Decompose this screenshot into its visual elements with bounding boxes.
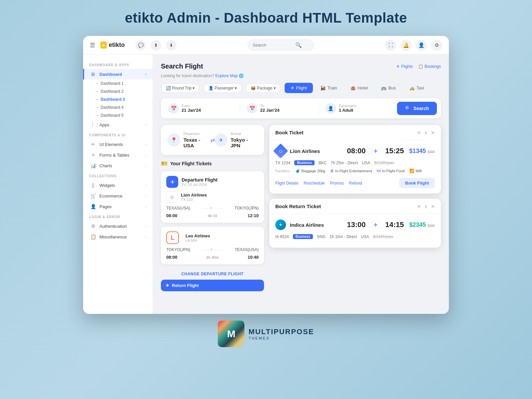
passenger-filter[interactable]: 👤 Passenger ▾: [203, 83, 242, 93]
from-code: BKC: [319, 161, 327, 165]
lion-airlines-row: ◇ Lion Airlines TX 123: [166, 191, 259, 202]
promos-link[interactable]: Promos: [330, 181, 344, 186]
sidebar-item-auth[interactable]: ⚙ Authentication ›: [83, 221, 153, 231]
bookings-link[interactable]: 📋 Bookings: [418, 64, 441, 69]
return-price: $2345: [409, 221, 426, 228]
sidebar-subitem-dashboard1[interactable]: ● Dashboard 1: [83, 79, 153, 87]
sidebar-sublabel-dashboard1: Dashboard 1: [101, 81, 124, 86]
ticket-type-row: ✈ Departure Flight Fri, 10 Jul 2024: [166, 176, 259, 188]
search-flight-title: Search Flight: [161, 63, 203, 70]
sidebar-item-ui[interactable]: ✏ UI Elements ›: [83, 139, 153, 150]
panel-close-icon[interactable]: ✕: [417, 130, 421, 135]
sidebar-label-misc: Miscellaneous: [99, 234, 142, 239]
sidebar-item-misc[interactable]: 📋 Miscellaneous ›: [83, 231, 153, 242]
download-icon-btn[interactable]: ⬇: [166, 40, 177, 51]
sidebar-item-widgets[interactable]: || Widgets ›: [83, 180, 153, 191]
sidebar-item-forms[interactable]: ≡ Forms & Tables ›: [83, 150, 153, 160]
return-from-code: SNG: [317, 234, 326, 239]
time-dashes: - - - - ✈ - - - -: [368, 146, 383, 156]
ticket-icon: 🎫: [161, 160, 168, 167]
from-field[interactable]: 📅 From 21 Jan'24: [165, 101, 236, 116]
return-flight-badge: Business: [293, 234, 313, 239]
panel-expand-icon[interactable]: ✕: [431, 130, 435, 135]
main-search-button[interactable]: 🔍 Search: [397, 102, 437, 115]
to-code: USA: [362, 161, 370, 165]
dep-time: 08:00: [166, 213, 177, 218]
settings-icon[interactable]: ⚙: [431, 40, 442, 51]
leo-duration: 2h 40m: [206, 255, 219, 259]
arrival-location: Tokyo - JPN: [231, 137, 257, 148]
indica-logo: ✦: [275, 219, 286, 230]
leo-times-row: 08:00 2h 40m 10:40: [166, 255, 259, 260]
bell-icon[interactable]: 🔔: [400, 40, 412, 51]
sidebar-subitem-dashboard3[interactable]: ● Dashboard 3: [83, 95, 153, 103]
book-return-panel-content: ✦ Indica Airlines 13:00 - - - - ✈ - - - …: [269, 214, 441, 248]
sidebar-subitem-dashboard4[interactable]: ● Dashboard 4: [83, 103, 153, 111]
globe-icon: 🌐: [239, 73, 244, 78]
chat-icon-btn[interactable]: 💬: [135, 40, 146, 51]
change-departure-btn[interactable]: CHANGE DEPARTURE FLIGHT: [161, 268, 264, 280]
return-panel-close-icon[interactable]: ✕: [417, 204, 421, 209]
sidebar-item-charts[interactable]: 📊 Charts ›: [83, 160, 153, 171]
sidebar-item-ecommerce[interactable]: 🛒 Ecommerce ›: [83, 191, 153, 201]
reschedule-link[interactable]: Reschedule: [304, 181, 325, 186]
flights-link[interactable]: ✈ Flights: [396, 64, 413, 69]
round-trip-filter[interactable]: 🔄 Round Trip ▾: [161, 83, 200, 93]
tab-taxi[interactable]: 🚕 Taxi: [403, 83, 430, 93]
bookings-link-icon: 📋: [418, 64, 423, 69]
ui-arrow-icon: ›: [146, 143, 147, 146]
search-input[interactable]: [253, 43, 293, 48]
book-panel-title: Book Ticket: [275, 130, 304, 135]
sidebar-sublabel-dashboard2: Dashboard 2: [101, 89, 124, 94]
book-ticket-panel: Book Ticket ✕ ∧ ✕ ◇: [269, 125, 441, 194]
user-icon[interactable]: 👤: [416, 40, 427, 51]
leo-route-dots: - - - ✈ - - - -: [202, 247, 223, 252]
baggage-facility: 🧳 Baggage 20kg: [295, 169, 325, 173]
sidebar-subitem-dashboard5[interactable]: ● Dashboard 5: [83, 111, 153, 119]
refund-link[interactable]: Refund: [349, 181, 362, 186]
sidebar-section-dashboard: DASHBOARD & APPS: [83, 60, 153, 69]
bookings-link-label: Bookings: [425, 64, 441, 69]
tab-bus[interactable]: 🚌 Bus: [375, 83, 402, 93]
main-content: Search Flight ✈ Flights 📋 Bookings Looki…: [153, 55, 449, 314]
flight-tickets-header: 🎫 Your Flight Tickets: [161, 160, 264, 167]
passengers-field[interactable]: 👤 Passengers 1 Adult: [322, 101, 394, 116]
return-price-unit: /pax: [427, 223, 435, 228]
swap-icon[interactable]: ⇄: [210, 137, 215, 143]
tab-flight[interactable]: ✈ Flight: [285, 83, 313, 93]
hamburger-icon[interactable]: ☰: [90, 42, 95, 49]
return-to-code: USA: [361, 234, 369, 239]
sidebar-item-dashboard[interactable]: ⊞ Dashboard ▾: [83, 69, 153, 79]
search-bar: 📅 From 21 Jan'24 📅 To 22 Jan'24: [161, 98, 441, 118]
to-field[interactable]: 📅 To 22 Jan'24: [243, 101, 315, 116]
passengers-value: 1 Adult: [339, 108, 356, 113]
topbar-actions: ⛶ 🔔 👤 ⚙: [385, 40, 442, 51]
food-label: In-Flight Food: [382, 169, 405, 173]
book-arr-time: 15:25: [385, 147, 404, 155]
sidebar-subitem-dashboard2[interactable]: ● Dashboard 2: [83, 87, 153, 95]
book-flight-button[interactable]: Book Flight: [399, 178, 435, 188]
to-value: 22 Jan'24: [260, 108, 279, 113]
leo-airlines-card: L Leo Airlines LA 584 TOKYO(JPN) - - - ✈…: [161, 227, 264, 264]
package-filter[interactable]: 📦 Package ▾: [246, 83, 280, 93]
sidebar-item-pages[interactable]: 👤 Pages ›: [83, 201, 153, 212]
lion-airlines-name: Lion Airlines: [181, 193, 207, 198]
tab-train[interactable]: 🚂 Train: [314, 83, 343, 93]
tab-hotel[interactable]: 🏨 Hotel: [344, 83, 374, 93]
return-panel-up-icon[interactable]: ∧: [424, 204, 428, 209]
fullscreen-icon[interactable]: ⛶: [385, 40, 396, 51]
sub-header: Looking for travel destination? Explore …: [161, 73, 441, 78]
return-panel-expand-icon[interactable]: ✕: [431, 204, 435, 209]
upload-icon-btn[interactable]: ⬆: [151, 40, 161, 51]
sidebar-item-apps[interactable]: ⋮⋮ Apps ›: [83, 119, 153, 130]
panel-up-icon[interactable]: ∧: [424, 130, 428, 135]
flight-tickets-title: Your Flight Tickets: [170, 161, 212, 166]
explore-map-link[interactable]: Explore Map: [215, 73, 237, 78]
return-flight-btn[interactable]: ✈ Return Flight: [161, 280, 264, 291]
leo-airline-row: L Leo Airlines LA 584: [166, 231, 259, 244]
return-flight-icon: ✈: [166, 283, 169, 288]
book-price-unit: /pax: [427, 149, 435, 154]
book-return-panel-title: Book Return Ticket: [275, 203, 321, 209]
flight-details-link[interactable]: Flight Details: [275, 181, 298, 186]
passengers-icon: 👤: [326, 103, 336, 114]
